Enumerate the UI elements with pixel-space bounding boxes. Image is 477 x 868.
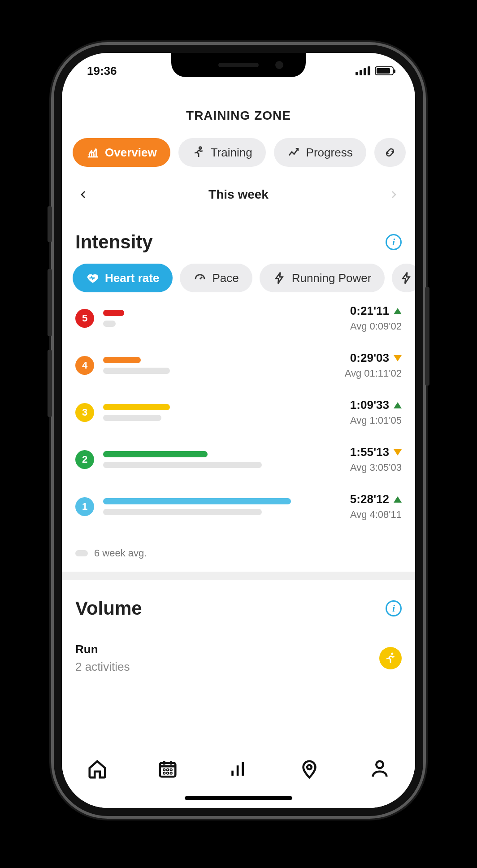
- zone-bars: [103, 498, 312, 515]
- nav-pill-label: Training: [211, 146, 252, 160]
- trend-up-icon: [394, 496, 402, 503]
- metric-pill-label: Heart rate: [105, 271, 159, 285]
- intensity-header: Intensity i: [62, 206, 415, 264]
- svg-point-3: [164, 769, 165, 770]
- nav-pill-overview[interactable]: Overview: [73, 138, 170, 167]
- svg-point-7: [167, 773, 168, 774]
- zone-values: 5:28'12Avg 4:08'11: [321, 492, 402, 521]
- home-indicator[interactable]: [185, 796, 292, 800]
- volume-info-button[interactable]: i: [386, 600, 402, 616]
- tab-home[interactable]: [85, 756, 110, 781]
- zones-list: 50:21'11Avg 0:09'0240:29'03Avg 01:11'023…: [62, 292, 415, 544]
- zone-avg-bar: [103, 462, 262, 468]
- trend-down-icon: [394, 355, 402, 361]
- tab-bar: [62, 750, 415, 808]
- tab-calendar[interactable]: [155, 756, 180, 781]
- week-navigator: This week: [62, 167, 415, 206]
- phone-frame: 19:36 TRAINING ZONE Ov: [54, 45, 423, 816]
- content-scroll[interactable]: TRAINING ZONE Overview Training: [62, 89, 415, 759]
- status-time: 19:36: [87, 64, 117, 78]
- zone-avg-bar: [103, 415, 161, 421]
- zone-bars: [103, 310, 312, 327]
- nav-pill-label: Progress: [306, 146, 353, 160]
- next-week-button[interactable]: [388, 189, 399, 200]
- zone-avg-bar: [103, 321, 116, 327]
- zone-row-5[interactable]: 50:21'11Avg 0:09'02: [75, 304, 402, 332]
- zone-value-bar: [103, 498, 291, 504]
- svg-point-9: [307, 765, 312, 769]
- volume-header: Volume i: [62, 580, 415, 630]
- zone-value-label: 1:55'13: [350, 445, 389, 459]
- metric-pill-heart-rate[interactable]: Heart rate: [73, 264, 173, 292]
- tab-profile[interactable]: [367, 756, 392, 781]
- run-badge-icon: [379, 647, 402, 669]
- section-divider: [62, 572, 415, 580]
- nav-pill-bar: Overview Training Progress: [62, 138, 415, 167]
- svg-point-0: [199, 147, 201, 149]
- legend-label: 6 week avg.: [94, 547, 147, 559]
- zone-row-3[interactable]: 31:09'33Avg 1:01'05: [75, 398, 402, 426]
- zone-avg-label: Avg 1:01'05: [321, 415, 402, 426]
- zone-row-1[interactable]: 15:28'12Avg 4:08'11: [75, 492, 402, 521]
- link-icon: [383, 146, 397, 159]
- intensity-info-button[interactable]: i: [386, 234, 402, 250]
- notch: [171, 53, 306, 77]
- zone-avg-bar: [103, 509, 262, 515]
- zone-badge: 4: [75, 356, 94, 375]
- volume-down-button: [48, 350, 52, 417]
- prev-week-button[interactable]: [78, 189, 89, 200]
- zone-bars: [103, 404, 312, 421]
- silent-switch: [48, 206, 52, 242]
- zone-row-4[interactable]: 40:29'03Avg 01:11'02: [75, 351, 402, 379]
- svg-point-5: [171, 769, 172, 770]
- zone-badge: 2: [75, 450, 94, 469]
- metric-pill-running-power[interactable]: Running Power: [260, 264, 385, 292]
- zone-value-label: 5:28'12: [350, 492, 389, 506]
- zone-bars: [103, 451, 312, 468]
- zone-badge: 1: [75, 497, 94, 516]
- zone-badge: 3: [75, 403, 94, 422]
- zone-value-label: 0:21'11: [350, 304, 389, 318]
- metric-pill-more[interactable]: [392, 264, 415, 292]
- screen: 19:36 TRAINING ZONE Ov: [62, 53, 415, 808]
- intensity-title: Intensity: [75, 231, 153, 253]
- zone-row-2[interactable]: 21:55'13Avg 3:05'03: [75, 445, 402, 473]
- volume-sport-label: Run: [75, 642, 130, 656]
- gauge-icon: [193, 271, 207, 285]
- zone-value-label: 0:29'03: [350, 351, 389, 365]
- zone-avg-bar: [103, 368, 170, 374]
- heart-icon: [86, 271, 100, 285]
- metric-pill-label: Running Power: [292, 271, 372, 285]
- volume-up-button: [48, 269, 52, 336]
- bolt-icon: [273, 271, 286, 285]
- runner-icon: [192, 146, 205, 159]
- trend-up-icon: [394, 308, 402, 314]
- volume-block: Run 2 activities: [62, 630, 415, 674]
- zone-value-bar: [103, 357, 141, 363]
- legend-swatch-icon: [75, 550, 88, 556]
- metric-pill-label: Pace: [212, 271, 238, 285]
- zone-avg-label: Avg 0:09'02: [321, 321, 402, 332]
- nav-pill-more[interactable]: [374, 138, 406, 167]
- trend-up-icon: [394, 402, 402, 408]
- chart-line-icon: [86, 146, 100, 159]
- zone-values: 1:09'33Avg 1:01'05: [321, 398, 402, 426]
- zone-avg-label: Avg 3:05'03: [321, 462, 402, 473]
- tab-location[interactable]: [297, 756, 322, 781]
- zone-value-bar: [103, 404, 170, 410]
- trend-up-icon: [287, 146, 301, 159]
- volume-title: Volume: [75, 598, 142, 619]
- nav-pill-progress[interactable]: Progress: [274, 138, 366, 167]
- power-button: [425, 287, 429, 386]
- metric-pill-pace[interactable]: Pace: [180, 264, 252, 292]
- zone-value-label: 1:09'33: [350, 398, 389, 412]
- volume-row-run[interactable]: Run 2 activities: [75, 630, 402, 674]
- svg-point-1: [391, 653, 393, 655]
- nav-pill-training[interactable]: Training: [178, 138, 266, 167]
- zone-bars: [103, 357, 312, 374]
- tab-stats[interactable]: [226, 756, 251, 781]
- zones-legend: 6 week avg.: [62, 544, 415, 572]
- bolt-icon: [400, 271, 413, 285]
- svg-point-10: [377, 761, 383, 768]
- zone-values: 1:55'13Avg 3:05'03: [321, 445, 402, 473]
